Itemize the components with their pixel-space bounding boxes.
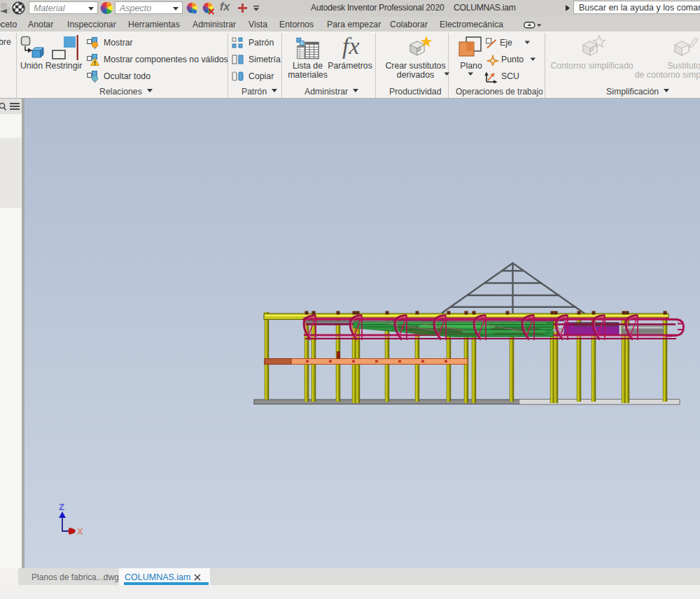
svg-text:Z: Z <box>59 502 64 512</box>
svg-text:X: X <box>77 526 83 537</box>
